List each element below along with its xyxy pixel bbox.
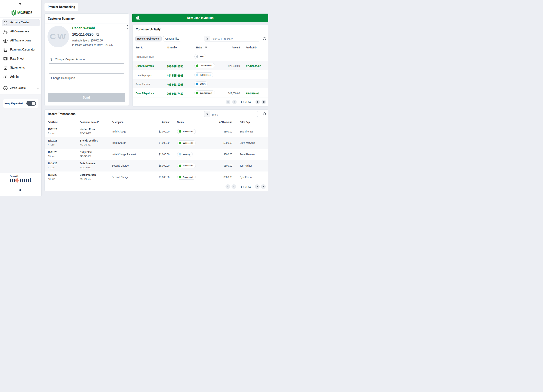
svg-text:m: m — [9, 177, 15, 183]
svg-text:mnt: mnt — [20, 177, 32, 183]
